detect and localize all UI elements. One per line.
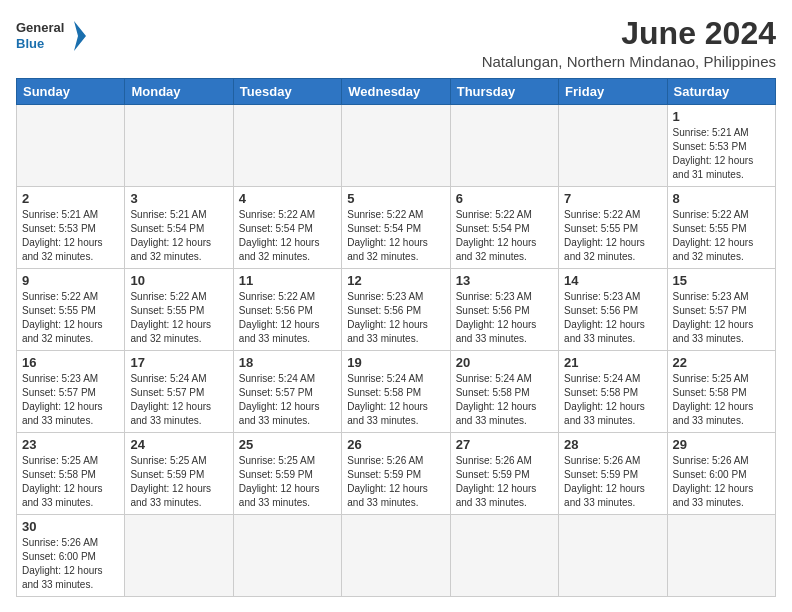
day-number: 5 (347, 191, 444, 206)
day-cell: 11Sunrise: 5:22 AM Sunset: 5:56 PM Dayli… (233, 269, 341, 351)
day-number: 4 (239, 191, 336, 206)
day-info: Sunrise: 5:23 AM Sunset: 5:56 PM Dayligh… (564, 290, 661, 346)
day-info: Sunrise: 5:25 AM Sunset: 5:58 PM Dayligh… (22, 454, 119, 510)
day-cell: 16Sunrise: 5:23 AM Sunset: 5:57 PM Dayli… (17, 351, 125, 433)
day-number: 19 (347, 355, 444, 370)
header-friday: Friday (559, 79, 667, 105)
day-cell: 29Sunrise: 5:26 AM Sunset: 6:00 PM Dayli… (667, 433, 775, 515)
day-cell: 9Sunrise: 5:22 AM Sunset: 5:55 PM Daylig… (17, 269, 125, 351)
day-number: 7 (564, 191, 661, 206)
day-cell: 28Sunrise: 5:26 AM Sunset: 5:59 PM Dayli… (559, 433, 667, 515)
day-cell: 30Sunrise: 5:26 AM Sunset: 6:00 PM Dayli… (17, 515, 125, 597)
day-cell: 22Sunrise: 5:25 AM Sunset: 5:58 PM Dayli… (667, 351, 775, 433)
day-cell: 21Sunrise: 5:24 AM Sunset: 5:58 PM Dayli… (559, 351, 667, 433)
day-cell: 15Sunrise: 5:23 AM Sunset: 5:57 PM Dayli… (667, 269, 775, 351)
day-info: Sunrise: 5:21 AM Sunset: 5:54 PM Dayligh… (130, 208, 227, 264)
header-section: General Blue June 2024 Natalungan, North… (16, 16, 776, 70)
header-monday: Monday (125, 79, 233, 105)
day-number: 6 (456, 191, 553, 206)
day-number: 1 (673, 109, 770, 124)
day-cell: 4Sunrise: 5:22 AM Sunset: 5:54 PM Daylig… (233, 187, 341, 269)
day-number: 12 (347, 273, 444, 288)
day-info: Sunrise: 5:22 AM Sunset: 5:54 PM Dayligh… (456, 208, 553, 264)
day-info: Sunrise: 5:25 AM Sunset: 5:59 PM Dayligh… (239, 454, 336, 510)
day-cell: 3Sunrise: 5:21 AM Sunset: 5:54 PM Daylig… (125, 187, 233, 269)
header-saturday: Saturday (667, 79, 775, 105)
svg-text:Blue: Blue (16, 36, 44, 51)
day-info: Sunrise: 5:26 AM Sunset: 5:59 PM Dayligh… (456, 454, 553, 510)
day-cell (233, 105, 341, 187)
day-cell (233, 515, 341, 597)
header-thursday: Thursday (450, 79, 558, 105)
day-info: Sunrise: 5:26 AM Sunset: 6:00 PM Dayligh… (673, 454, 770, 510)
day-number: 27 (456, 437, 553, 452)
day-info: Sunrise: 5:26 AM Sunset: 5:59 PM Dayligh… (347, 454, 444, 510)
header-tuesday: Tuesday (233, 79, 341, 105)
day-cell: 2Sunrise: 5:21 AM Sunset: 5:53 PM Daylig… (17, 187, 125, 269)
day-cell: 27Sunrise: 5:26 AM Sunset: 5:59 PM Dayli… (450, 433, 558, 515)
day-cell: 8Sunrise: 5:22 AM Sunset: 5:55 PM Daylig… (667, 187, 775, 269)
title-block: June 2024 Natalungan, Northern Mindanao,… (482, 16, 776, 70)
svg-marker-2 (74, 21, 86, 51)
day-cell (342, 515, 450, 597)
day-number: 3 (130, 191, 227, 206)
day-info: Sunrise: 5:26 AM Sunset: 6:00 PM Dayligh… (22, 536, 119, 592)
day-info: Sunrise: 5:22 AM Sunset: 5:55 PM Dayligh… (130, 290, 227, 346)
day-info: Sunrise: 5:22 AM Sunset: 5:55 PM Dayligh… (22, 290, 119, 346)
day-info: Sunrise: 5:23 AM Sunset: 5:56 PM Dayligh… (456, 290, 553, 346)
day-number: 21 (564, 355, 661, 370)
day-cell: 25Sunrise: 5:25 AM Sunset: 5:59 PM Dayli… (233, 433, 341, 515)
day-info: Sunrise: 5:25 AM Sunset: 5:59 PM Dayligh… (130, 454, 227, 510)
day-number: 23 (22, 437, 119, 452)
day-info: Sunrise: 5:24 AM Sunset: 5:58 PM Dayligh… (347, 372, 444, 428)
day-info: Sunrise: 5:25 AM Sunset: 5:58 PM Dayligh… (673, 372, 770, 428)
day-number: 14 (564, 273, 661, 288)
calendar-subtitle: Natalungan, Northern Mindanao, Philippin… (482, 53, 776, 70)
day-cell (450, 515, 558, 597)
day-cell: 5Sunrise: 5:22 AM Sunset: 5:54 PM Daylig… (342, 187, 450, 269)
day-number: 15 (673, 273, 770, 288)
day-number: 8 (673, 191, 770, 206)
day-cell: 18Sunrise: 5:24 AM Sunset: 5:57 PM Dayli… (233, 351, 341, 433)
day-info: Sunrise: 5:21 AM Sunset: 5:53 PM Dayligh… (22, 208, 119, 264)
day-cell (450, 105, 558, 187)
day-info: Sunrise: 5:21 AM Sunset: 5:53 PM Dayligh… (673, 126, 770, 182)
week-row-1: 2Sunrise: 5:21 AM Sunset: 5:53 PM Daylig… (17, 187, 776, 269)
day-info: Sunrise: 5:22 AM Sunset: 5:56 PM Dayligh… (239, 290, 336, 346)
day-info: Sunrise: 5:24 AM Sunset: 5:58 PM Dayligh… (564, 372, 661, 428)
day-info: Sunrise: 5:24 AM Sunset: 5:57 PM Dayligh… (239, 372, 336, 428)
day-cell: 13Sunrise: 5:23 AM Sunset: 5:56 PM Dayli… (450, 269, 558, 351)
logo-svg: General Blue (16, 16, 86, 56)
day-info: Sunrise: 5:23 AM Sunset: 5:56 PM Dayligh… (347, 290, 444, 346)
weekday-header-row: Sunday Monday Tuesday Wednesday Thursday… (17, 79, 776, 105)
day-number: 16 (22, 355, 119, 370)
day-cell (559, 105, 667, 187)
day-number: 17 (130, 355, 227, 370)
week-row-5: 30Sunrise: 5:26 AM Sunset: 6:00 PM Dayli… (17, 515, 776, 597)
day-cell: 19Sunrise: 5:24 AM Sunset: 5:58 PM Dayli… (342, 351, 450, 433)
day-cell (342, 105, 450, 187)
day-info: Sunrise: 5:24 AM Sunset: 5:58 PM Dayligh… (456, 372, 553, 428)
day-cell: 1Sunrise: 5:21 AM Sunset: 5:53 PM Daylig… (667, 105, 775, 187)
day-number: 25 (239, 437, 336, 452)
day-info: Sunrise: 5:22 AM Sunset: 5:55 PM Dayligh… (564, 208, 661, 264)
week-row-0: 1Sunrise: 5:21 AM Sunset: 5:53 PM Daylig… (17, 105, 776, 187)
day-cell: 7Sunrise: 5:22 AM Sunset: 5:55 PM Daylig… (559, 187, 667, 269)
day-cell: 26Sunrise: 5:26 AM Sunset: 5:59 PM Dayli… (342, 433, 450, 515)
day-number: 13 (456, 273, 553, 288)
day-number: 2 (22, 191, 119, 206)
day-number: 11 (239, 273, 336, 288)
day-cell: 20Sunrise: 5:24 AM Sunset: 5:58 PM Dayli… (450, 351, 558, 433)
header-sunday: Sunday (17, 79, 125, 105)
day-cell (125, 515, 233, 597)
day-cell: 24Sunrise: 5:25 AM Sunset: 5:59 PM Dayli… (125, 433, 233, 515)
day-cell (125, 105, 233, 187)
day-cell: 23Sunrise: 5:25 AM Sunset: 5:58 PM Dayli… (17, 433, 125, 515)
day-cell (667, 515, 775, 597)
day-cell: 17Sunrise: 5:24 AM Sunset: 5:57 PM Dayli… (125, 351, 233, 433)
day-cell: 10Sunrise: 5:22 AM Sunset: 5:55 PM Dayli… (125, 269, 233, 351)
day-number: 9 (22, 273, 119, 288)
week-row-3: 16Sunrise: 5:23 AM Sunset: 5:57 PM Dayli… (17, 351, 776, 433)
day-number: 20 (456, 355, 553, 370)
day-info: Sunrise: 5:26 AM Sunset: 5:59 PM Dayligh… (564, 454, 661, 510)
